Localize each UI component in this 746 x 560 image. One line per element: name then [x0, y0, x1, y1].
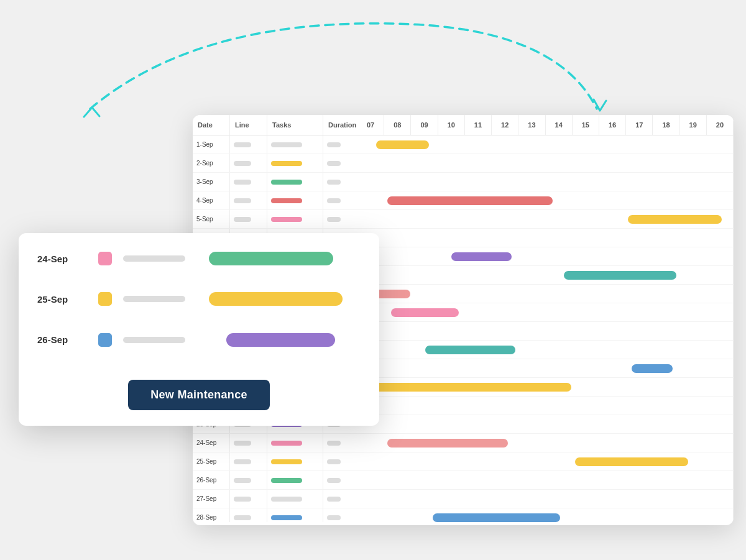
cell-task — [267, 452, 323, 470]
cell-line — [230, 471, 267, 489]
hour-10: 10 — [438, 115, 465, 135]
cell-date: 5-Sep — [193, 210, 230, 228]
table-row: 1-Sep — [193, 135, 734, 154]
popup-row-24sep: 24-Sep — [37, 252, 361, 265]
popup-bar-26 — [226, 333, 335, 347]
popup-task-pill-24 — [123, 255, 185, 262]
hour-13: 13 — [518, 115, 545, 135]
hour-16: 16 — [599, 115, 626, 135]
cell-task — [267, 434, 323, 452]
cell-date: 27-Sep — [193, 490, 230, 508]
cell-task — [267, 490, 323, 508]
table-row: 26-Sep — [193, 471, 734, 490]
cell-line — [230, 135, 267, 154]
gantt-header-timeline: 07 08 09 10 11 12 13 14 15 16 17 18 19 2… — [357, 115, 734, 135]
cell-date: 4-Sep — [193, 191, 230, 209]
cell-date: 2-Sep — [193, 154, 230, 172]
cell-line — [230, 508, 267, 522]
popup-row-26sep: 26-Sep — [37, 333, 361, 347]
hour-19: 19 — [680, 115, 707, 135]
table-row: 24-Sep — [193, 434, 734, 452]
popup-dot-26 — [98, 333, 112, 347]
cell-date: 28-Sep — [193, 508, 230, 522]
hour-07: 07 — [357, 115, 384, 135]
cell-duration — [323, 154, 357, 172]
cell-date: 24-Sep — [193, 434, 230, 452]
popup-btn-container: New Maintenance — [37, 380, 361, 410]
cell-task — [267, 471, 323, 489]
hour-20: 20 — [707, 115, 734, 135]
cell-line — [230, 490, 267, 508]
hour-14: 14 — [546, 115, 573, 135]
hour-11: 11 — [465, 115, 492, 135]
cell-date: 25-Sep — [193, 452, 230, 470]
popup-row-25sep: 25-Sep — [37, 292, 361, 306]
cell-duration — [323, 434, 357, 452]
cell-line — [230, 154, 267, 172]
popup-date-26: 26-Sep — [37, 334, 87, 345]
hour-08: 08 — [384, 115, 411, 135]
cell-duration — [323, 135, 357, 154]
hour-17: 17 — [626, 115, 653, 135]
hour-15: 15 — [573, 115, 599, 135]
hour-12: 12 — [492, 115, 518, 135]
table-row: 27-Sep — [193, 490, 734, 508]
hour-09: 09 — [411, 115, 438, 135]
popup-bar-24 — [209, 252, 333, 265]
table-row: 25-Sep — [193, 452, 734, 471]
table-row: 2-Sep — [193, 154, 734, 173]
new-maintenance-button[interactable]: New Maintenance — [128, 380, 270, 410]
cell-task — [267, 210, 323, 228]
popup-task-pill-26 — [123, 337, 185, 343]
cell-task — [267, 191, 323, 209]
col-header-date: Date — [193, 115, 230, 135]
cell-duration — [323, 173, 357, 191]
cell-line — [230, 452, 267, 470]
cell-task — [267, 154, 323, 172]
gantt-header: Date Line Tasks Duration 07 08 09 10 11 … — [193, 115, 734, 135]
cell-task — [267, 173, 323, 191]
cell-task — [267, 508, 323, 522]
cell-date: 26-Sep — [193, 471, 230, 489]
cell-duration — [323, 508, 357, 522]
table-row: 5-Sep — [193, 210, 734, 229]
cell-date: 3-Sep — [193, 173, 230, 191]
popup-bar-25 — [209, 292, 343, 306]
col-header-line: Line — [230, 115, 267, 135]
popup-date-25: 25-Sep — [37, 294, 87, 305]
cell-task — [267, 135, 323, 154]
cell-duration — [323, 191, 357, 209]
popup-dot-25 — [98, 292, 112, 306]
table-row: 3-Sep — [193, 173, 734, 191]
cell-line — [230, 210, 267, 228]
cell-line — [230, 434, 267, 452]
hour-18: 18 — [653, 115, 679, 135]
col-header-duration: Duration — [323, 115, 357, 135]
table-row: 4-Sep — [193, 191, 734, 210]
cell-line — [230, 191, 267, 209]
popup-dot-24 — [98, 252, 112, 265]
cell-duration — [323, 210, 357, 228]
cell-duration — [323, 471, 357, 489]
gantt-header-left: Date Line Tasks Duration — [193, 115, 357, 135]
table-row: 28-Sep — [193, 508, 734, 522]
cell-line — [230, 173, 267, 191]
cell-duration — [323, 452, 357, 470]
popup-task-pill-25 — [123, 296, 185, 302]
cell-date: 1-Sep — [193, 135, 230, 154]
popup-card: 24-Sep 25-Sep 26-Sep New Maintenance — [19, 233, 379, 426]
popup-date-24: 24-Sep — [37, 254, 87, 264]
col-header-tasks: Tasks — [267, 115, 323, 135]
cell-duration — [323, 490, 357, 508]
